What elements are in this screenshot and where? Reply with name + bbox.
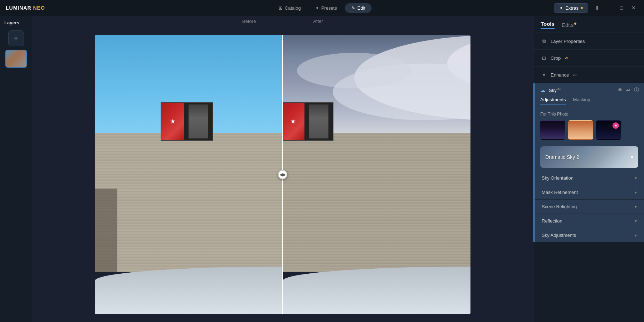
for-photo-title: For This Photo [540,112,638,117]
mask-refinement-header[interactable]: Mask Refinement ▾ [535,185,644,199]
section-enhance: ✦ EnhanceAI [533,67,644,83]
sky-info-icon[interactable]: ⓘ [634,87,639,93]
section-layer-properties: ⧉ Layer Properties [533,33,644,50]
billboard-before: ★ [161,102,213,141]
billboard-flag: ★ [161,103,184,140]
sky-preset-sunset[interactable] [568,120,593,140]
sky-orientation-header[interactable]: Sky Orientation ▾ [535,171,644,185]
star-symbol: ★ [170,117,176,125]
extras-icon: ✦ [559,5,563,11]
dramatic-sky-selector[interactable]: Dramatic Sky 2 ▾ [540,146,638,168]
grandstands-after [283,133,470,272]
mask-refinement-arrow: ▾ [635,190,637,195]
layer-thumbnail[interactable] [5,50,27,68]
plus-icon: + [14,34,18,43]
scene-relighting-arrow: ▾ [635,204,637,209]
divider-handle[interactable]: ◀▶ [278,170,287,179]
titlebar-right: ✦ Extras ⬆ ─ □ ✕ [554,3,638,13]
sky-preset-night[interactable]: ★ [596,120,621,140]
reflection-header[interactable]: Reflection ▾ [535,214,644,228]
tools-panel: Tools Edits ⧉ Layer Properties ⊡ CropAI … [533,16,644,322]
sky-preset-galaxy[interactable] [540,120,565,140]
maximize-button[interactable]: □ [617,3,626,13]
nav-center: ⊞ Catalog ✦ Presets ✎ Edit [272,3,372,13]
sub-tab-masking[interactable]: Masking [573,97,590,104]
extras-button[interactable]: ✦ Extras [554,3,588,13]
tab-tools[interactable]: Tools [541,21,555,29]
dramatic-sky-bg [580,146,638,168]
crop-ai-badge: AI [565,56,568,60]
nav-edit[interactable]: ✎ Edit [345,3,372,13]
canvas-area: Before After ★ [32,16,533,322]
layer-thumb-image [6,50,26,67]
canvas-wrapper: ★ [32,27,533,322]
track-after [283,267,470,314]
sky-action-icons: 👁 ↩ ⓘ [618,87,639,93]
svg-point-4 [297,53,411,88]
divider-arrows: ◀▶ [279,172,286,177]
after-scene: ★ [283,35,470,314]
add-layer-button[interactable]: + [8,30,24,46]
before-label: Before [242,19,284,24]
sky-header-row: ☁ SkyAI 👁 ↩ ⓘ [535,83,644,97]
sky-label: SkyAI [549,87,615,93]
upload-button[interactable]: ⬆ [592,3,602,13]
sky-adjustments-arrow: ▾ [635,233,637,238]
tool-crop[interactable]: ⊡ CropAI [533,51,644,65]
sky-ai-badge: AI [557,87,561,91]
enhance-icon: ✦ [541,72,547,78]
section-crop: ⊡ CropAI [533,50,644,67]
billboard-portrait-after [304,103,333,140]
canvas-container: ★ [95,35,470,314]
section-sky: ☁ SkyAI 👁 ↩ ⓘ Adjustments Masking For Th… [533,83,644,242]
sky-adjustments-header[interactable]: Sky Adjustments ▾ [535,228,644,242]
dramatic-sky-label: Dramatic Sky 2 [545,154,579,160]
tools-header: Tools Edits [533,16,644,33]
grandstands-before [95,133,283,272]
mask-refinement-section: Mask Refinement ▾ [535,185,644,199]
layers-title: Layers [3,20,29,25]
close-button[interactable]: ✕ [629,3,638,13]
before-scene: ★ [95,35,283,314]
crop-icon: ⊡ [541,55,547,61]
enhance-ai-badge: AI [573,73,576,77]
dramatic-sky-dropdown-arrow: ▾ [631,154,633,160]
scene-relighting-section: Scene Relighting ▾ [535,199,644,214]
after-label: After [284,19,323,24]
sky-orientation-arrow: ▾ [635,176,637,181]
canvas-header: Before After [32,16,533,27]
tab-edits[interactable]: Edits [562,22,576,28]
column-left [95,189,117,272]
portrait-image [189,104,208,138]
sub-tab-adjustments[interactable]: Adjustments [540,97,566,104]
tool-layer-properties[interactable]: ⧉ Layer Properties [533,34,644,48]
star-symbol-after: ★ [290,117,296,125]
sky-sub-tabs: Adjustments Masking [535,97,644,108]
track-before [95,267,283,314]
before-after-divider: ◀▶ [282,35,283,314]
sky-visibility-icon[interactable]: 👁 [618,87,623,93]
sky-reset-icon[interactable]: ↩ [626,87,630,93]
reflection-arrow: ▾ [635,219,637,224]
for-photo-section: For This Photo ★ [535,108,644,143]
app-logo-accent: NEO [33,5,45,11]
nav-catalog[interactable]: ⊞ Catalog [272,3,307,13]
window-controls: ⬆ ─ □ ✕ [592,3,638,13]
edits-dot [574,23,576,25]
billboard-after: ★ [283,102,333,141]
portrait-image-after [309,104,328,138]
presets-icon: ✦ [315,5,319,11]
main-layout: Layers + Before After [0,16,644,322]
billboard-portrait [184,103,213,140]
minimize-button[interactable]: ─ [605,3,614,13]
sky-preset-badge: ★ [613,122,619,129]
nav-presets[interactable]: ✦ Presets [309,3,343,13]
layers-icon: ⧉ [541,38,547,44]
sky-icon: ☁ [540,87,546,93]
sky-presets-list: ★ [540,120,638,140]
scene-relighting-header[interactable]: Scene Relighting ▾ [535,200,644,214]
titlebar: LUMINAR NEO ⊞ Catalog ✦ Presets ✎ Edit ✦… [0,0,644,16]
billboard-flag-after: ★ [283,103,304,140]
tool-enhance[interactable]: ✦ EnhanceAI [533,68,644,82]
layers-panel: Layers + [0,16,32,322]
